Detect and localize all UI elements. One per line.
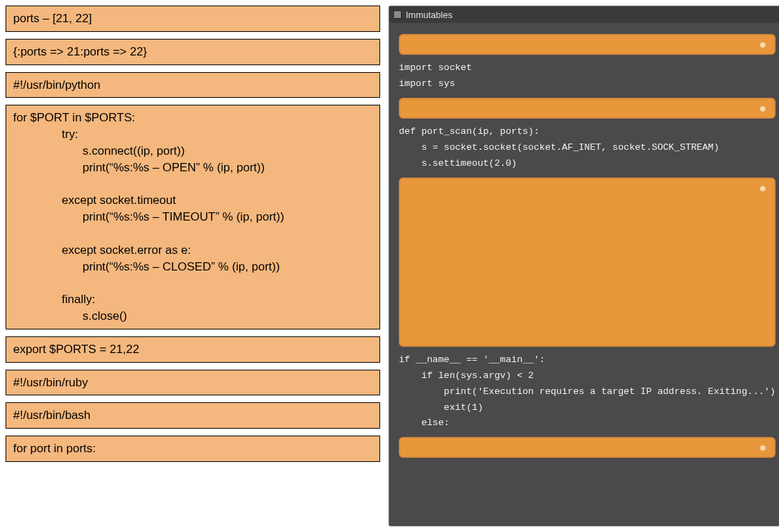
code-line: def port_scan(ip, ports): <box>399 124 776 140</box>
code-line: import sys <box>399 76 776 92</box>
answer-tiles-panel: ports – [21, 22]{:ports => 21:ports => 2… <box>6 6 380 526</box>
immutable-code-block: def port_scan(ip, ports): s = socket.soc… <box>399 124 776 172</box>
code-line: print('Execution requires a target IP ad… <box>399 384 776 400</box>
code-line: s.close() <box>13 308 373 325</box>
code-line: try: <box>13 126 373 143</box>
drop-zone[interactable]: ● <box>399 98 776 119</box>
drop-zone-marker-icon[interactable]: ● <box>757 103 769 114</box>
code-line: else: <box>399 415 776 431</box>
code-line: except socket.timeout <box>13 192 373 209</box>
drop-zone-marker-icon[interactable]: ● <box>757 183 769 194</box>
titlebar-icon <box>393 10 402 19</box>
code-line: s.settimeout(2.0) <box>399 156 776 172</box>
answer-tile[interactable]: #!/usr/bin/bash <box>6 402 380 429</box>
drop-zone-marker-icon[interactable]: ● <box>757 443 769 454</box>
drop-zone[interactable]: ● <box>399 34 776 55</box>
code-line: s.connect((ip, port)) <box>13 143 373 160</box>
code-line: if len(sys.argv) < 2 <box>399 368 776 384</box>
immutables-panel: Immutables ●import socketimport sys●def … <box>388 6 779 526</box>
drop-zone[interactable]: ● <box>399 178 776 347</box>
code-line: except socket.error as e: <box>13 242 373 259</box>
code-line: print(“%s:%s – OPEN” % (ip, port)) <box>13 160 373 176</box>
answer-tile[interactable]: #!/usr/bin/ruby <box>6 370 380 396</box>
code-line: s = socket.socket(socket.AF_INET, socket… <box>399 140 776 156</box>
code-line <box>13 176 373 193</box>
answer-tile[interactable]: {:ports => 21:ports => 22} <box>6 39 380 65</box>
code-line <box>13 275 373 291</box>
drop-zone[interactable]: ● <box>399 437 776 458</box>
answer-tile[interactable]: ports – [21, 22] <box>6 6 380 32</box>
answer-tile[interactable]: #!/usr/bin/python <box>6 72 380 98</box>
drop-zone-marker-icon[interactable]: ● <box>757 40 769 51</box>
code-line: for $PORT in $PORTS: <box>13 110 373 126</box>
answer-tile[interactable]: for port in ports: <box>6 436 380 462</box>
immutable-code-block: import socketimport sys <box>399 60 776 92</box>
immutable-code-block: if __name__ == '__main__': if len(sys.ar… <box>399 352 776 432</box>
answer-tile[interactable]: for $PORT in $PORTS:try:s.connect((ip, p… <box>6 105 380 329</box>
code-line: finally: <box>13 291 373 308</box>
answer-tile[interactable]: export $PORTS = 21,22 <box>6 336 380 363</box>
panel-title: Immutables <box>406 10 452 20</box>
code-line: exit(1) <box>399 400 776 416</box>
code-line <box>13 225 373 242</box>
code-line: import socket <box>399 60 776 76</box>
panel-titlebar: Immutables <box>389 6 779 23</box>
code-line: print(“%s:%s – CLOSED” % (ip, port)) <box>13 259 373 275</box>
code-line: print(“%s:%s – TIMEOUT” % (ip, port)) <box>13 209 373 225</box>
panel-body: ●import socketimport sys●def port_scan(i… <box>389 23 779 526</box>
code-line: if __name__ == '__main__': <box>399 352 776 368</box>
